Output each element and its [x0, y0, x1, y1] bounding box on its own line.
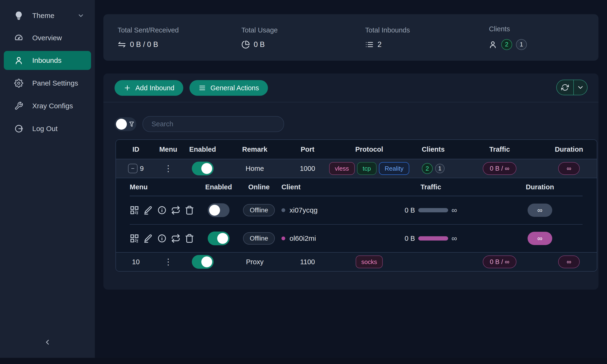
users-icon	[489, 40, 498, 49]
user-icon	[14, 56, 23, 65]
filter-toggle[interactable]	[115, 117, 136, 131]
edit-icon[interactable]	[144, 206, 153, 215]
clients-deactivated-badge: 1	[516, 39, 527, 50]
stat-value: 0 B	[254, 40, 265, 49]
search-input[interactable]	[143, 116, 284, 132]
sidebar-item-log-out[interactable]: Log Out	[4, 119, 91, 138]
inbounds-table: ID Menu Enabled Remark Port Protocol Cli…	[116, 139, 597, 272]
duration-badge: ∞	[558, 162, 580, 175]
add-inbound-label: Add Inbound	[135, 84, 174, 92]
wrench-icon	[14, 102, 23, 110]
protocol-tag: vless	[329, 162, 355, 175]
delete-icon[interactable]	[185, 206, 194, 215]
subcol-header-traffic: Traffic	[364, 183, 497, 191]
table-row: 9 ⋮ Home 1000 vless tcp Reality 2 1 0 B …	[116, 159, 597, 178]
gauge-icon	[14, 33, 23, 42]
inbound-id: 9	[140, 165, 144, 172]
chevron-down-icon	[77, 12, 84, 19]
row-menu-button[interactable]: ⋮	[164, 259, 173, 264]
col-header-enabled: Enabled	[181, 145, 224, 153]
delete-icon[interactable]	[185, 234, 194, 243]
client-duration-badge: ∞	[528, 232, 552, 245]
traffic-progress-bar	[418, 208, 448, 212]
infinity-icon: ∞	[451, 206, 457, 215]
sidebar-item-xray-configs[interactable]: Xray Configs	[4, 96, 91, 116]
chevron-left-icon	[43, 338, 52, 346]
client-traffic-used: 0 B	[405, 234, 415, 242]
stat-label: Clients	[489, 25, 598, 33]
row-menu-button[interactable]: ⋮	[164, 166, 173, 171]
sidebar-item-panel-settings[interactable]: Panel Settings	[4, 74, 91, 93]
subcol-header-enabled: Enabled	[201, 183, 237, 191]
general-actions-button[interactable]: General Actions	[189, 80, 268, 96]
col-header-duration: Duration	[541, 145, 597, 153]
sidebar-item-inbounds[interactable]: Inbounds	[4, 51, 91, 70]
col-header-remark: Remark	[224, 145, 285, 153]
col-header-id: ID	[116, 145, 156, 153]
client-enabled-toggle[interactable]	[208, 232, 229, 245]
reset-traffic-icon[interactable]	[171, 234, 180, 243]
stat-label: Total Sent/Received	[118, 26, 227, 34]
online-status-badge: Offline	[243, 232, 275, 245]
toggle-knob	[116, 119, 127, 130]
sidebar-item-label: Inbounds	[32, 56, 61, 65]
refresh-split-button	[556, 80, 588, 95]
add-inbound-button[interactable]: Add Inbound	[115, 80, 183, 96]
stats-card: Total Sent/Received 0 B / 0 B Total Usag…	[103, 14, 598, 61]
sidebar-item-label: Xray Configs	[32, 102, 73, 110]
inbound-port: 1100	[285, 258, 330, 266]
traffic-badge: 0 B / ∞	[483, 162, 516, 175]
online-status-badge: Offline	[243, 204, 275, 216]
inbound-enabled-toggle[interactable]	[192, 162, 214, 175]
table-row: 10 ⋮ Proxy 1100 socks 0 B / ∞ ∞	[116, 252, 597, 271]
transfer-arrows-icon	[118, 40, 126, 49]
clients-online-badge: 2	[422, 163, 433, 174]
theme-selector[interactable]: Theme	[4, 6, 91, 25]
qr-code-icon[interactable]	[130, 234, 139, 243]
refresh-dropdown-button[interactable]	[574, 80, 587, 95]
sidebar-item-label: Overview	[32, 34, 62, 42]
collapse-row-button[interactable]	[128, 164, 138, 173]
client-enabled-toggle[interactable]	[208, 203, 229, 217]
list-icon	[365, 40, 374, 49]
qr-code-icon[interactable]	[130, 206, 139, 215]
col-header-traffic: Traffic	[458, 145, 541, 153]
sidebar-item-label: Log Out	[32, 125, 58, 133]
col-header-protocol: Protocol	[330, 145, 408, 153]
protocol-tag: Reality	[379, 162, 409, 175]
refresh-button[interactable]	[557, 80, 574, 95]
gear-icon	[14, 79, 23, 88]
protocol-tag: tcp	[357, 162, 377, 175]
plus-icon	[123, 84, 131, 92]
hamburger-menu-icon	[198, 84, 206, 92]
info-icon[interactable]	[157, 234, 167, 243]
pie-chart-icon	[241, 40, 250, 49]
logout-icon	[14, 124, 23, 133]
client-subtable: Menu Enabled Online Client Traffic Durat…	[116, 178, 597, 252]
stat-value: 0 B / 0 B	[130, 40, 158, 49]
client-color-dot	[281, 208, 285, 212]
clients-deactivated-badge: 1	[435, 164, 445, 173]
traffic-progress-bar	[418, 236, 448, 241]
inbound-enabled-toggle[interactable]	[192, 255, 214, 269]
sidebar-item-overview[interactable]: Overview	[4, 28, 91, 47]
sidebar: Theme Overview Inbounds Panel Settings X…	[0, 0, 95, 358]
subcol-header-duration: Duration	[497, 183, 582, 191]
inbound-port: 1000	[285, 165, 330, 172]
clients-online-badge: 2	[501, 39, 512, 50]
sidebar-item-label: Panel Settings	[32, 79, 78, 87]
stat-total-usage: Total Usage 0 B	[227, 26, 351, 49]
client-duration-badge: ∞	[528, 204, 552, 217]
table-header-row: ID Menu Enabled Remark Port Protocol Cli…	[116, 140, 597, 159]
col-header-port: Port	[285, 145, 330, 153]
client-row: Offline ol60i2mi 0 B ∞ ∞	[130, 224, 582, 252]
edit-icon[interactable]	[144, 234, 153, 243]
reset-traffic-icon[interactable]	[171, 206, 180, 215]
refresh-icon	[561, 84, 569, 91]
general-actions-label: General Actions	[210, 84, 259, 92]
traffic-badge: 0 B / ∞	[483, 256, 516, 268]
sidebar-collapse-button[interactable]	[41, 336, 54, 349]
duration-badge: ∞	[558, 256, 580, 268]
info-icon[interactable]	[157, 206, 167, 215]
infinity-icon: ∞	[451, 234, 457, 243]
